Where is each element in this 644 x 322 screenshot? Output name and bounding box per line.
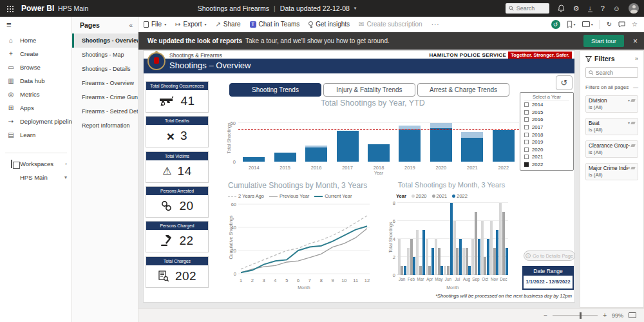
sidebar-item-browse[interactable]: ▭Browse	[0, 61, 72, 74]
zoom-in-button[interactable]: +	[603, 312, 607, 319]
document-title-bar[interactable]: Shootings and Firearms | Data updated 22…	[198, 0, 357, 17]
comment-icon[interactable]	[618, 21, 625, 28]
eraser-icon[interactable]	[630, 99, 635, 102]
feedback-icon[interactable]: ☺	[613, 5, 620, 12]
yearly-bar-2018[interactable]	[368, 144, 390, 162]
plot-area[interactable]: 02468JanFebMarAprMayJunJulAugSepOctNovDe…	[397, 203, 508, 275]
pages-item-report-information[interactable]: Report Information	[72, 118, 138, 133]
powerbi-brand[interactable]: Power BI	[21, 4, 54, 13]
bar-dec-2021[interactable]	[502, 212, 505, 275]
sidebar-item-metrics[interactable]: ◎Metrics	[0, 88, 72, 101]
yearly-bar-2019[interactable]	[399, 126, 421, 162]
sidebar-item-current-workspace[interactable]: HPS Main ▾	[0, 171, 72, 184]
bookmark-icon[interactable]: ▾	[567, 21, 576, 28]
slicer-option-2018[interactable]: 2018	[524, 131, 569, 138]
notifications-icon[interactable]	[558, 5, 565, 12]
sidebar-item-home[interactable]: ⌂Home	[0, 33, 72, 47]
filter-card-clearance-group[interactable]: Clearance Group▾is (All)	[585, 140, 638, 158]
bar-mar-2020[interactable]	[416, 230, 419, 275]
bar-oct-2021[interactable]	[484, 257, 486, 275]
yearly-bar-2017[interactable]	[337, 131, 359, 162]
slicer-option-2019[interactable]: 2019	[524, 138, 569, 146]
bar-jan-2021[interactable]	[401, 266, 403, 275]
zoom-slider-thumb[interactable]	[580, 312, 582, 319]
bar-nov-2022[interactable]	[496, 230, 498, 275]
pages-item-shootings-overview[interactable]: Shootings - Overview	[72, 33, 138, 48]
sidebar-item-learn[interactable]: ▤Learn	[0, 128, 72, 142]
bar-jul-2021[interactable]	[456, 248, 459, 275]
new-look-toggle-icon[interactable]: ↺	[551, 20, 560, 29]
filter-card-major-crime-indicator[interactable]: Major Crime Indicator▾is (All)	[585, 163, 638, 180]
plot-area[interactable]: 0204060123456789101112	[238, 202, 370, 276]
chevron-down-icon[interactable]: ▾	[628, 143, 630, 147]
checkbox-icon[interactable]	[524, 102, 529, 107]
bar-jun-2022[interactable]	[450, 203, 453, 275]
checkbox-icon[interactable]	[524, 162, 529, 167]
download-icon[interactable]: ↓	[588, 5, 592, 12]
bar-may-2020[interactable]	[435, 239, 437, 275]
pages-item-shootings-details[interactable]: Shootings - Details	[72, 62, 138, 76]
favorite-star-icon[interactable]: ☆	[632, 21, 638, 28]
view-icon[interactable]: ▾	[582, 21, 593, 27]
pages-item-firearms-seized-details[interactable]: Firearms - Seized Details	[72, 104, 138, 118]
yearly-bar-2021[interactable]	[461, 132, 483, 162]
filters-search[interactable]	[585, 67, 638, 78]
settings-gear-icon[interactable]: ⚙	[573, 5, 580, 12]
hamburger-menu-icon[interactable]: ≡	[6, 20, 12, 30]
slicer-option-2017[interactable]: 2017	[524, 124, 569, 131]
pages-item-firearms-crime-gun-d[interactable]: Firearms - Crime Gun D...	[72, 90, 138, 104]
fit-to-page-icon[interactable]	[629, 312, 636, 318]
bar-sep-2022[interactable]	[478, 239, 480, 275]
bar-apr-2021[interactable]	[428, 266, 431, 275]
yearly-bar-2022[interactable]	[493, 130, 515, 162]
tab-arrest-charge-trends[interactable]: Arrest & Charge Trends	[417, 83, 509, 97]
collapse-section-icon[interactable]: —	[633, 84, 638, 90]
pages-item-firearms-overview[interactable]: Firearms - Overview	[72, 76, 138, 90]
filter-card-division[interactable]: Division▾is (All)	[585, 95, 638, 113]
bar-jan-2022[interactable]	[404, 266, 406, 275]
bar-jul-2022[interactable]	[459, 239, 462, 275]
bar-aug-2022[interactable]	[468, 266, 471, 275]
eraser-icon[interactable]	[630, 122, 635, 124]
collapse-pages-icon[interactable]: «	[129, 22, 133, 29]
yearly-bar-2014[interactable]	[243, 157, 265, 162]
eraser-icon[interactable]	[630, 144, 635, 147]
more-options-button[interactable]: ···	[431, 21, 440, 28]
checkbox-icon[interactable]	[524, 110, 529, 115]
chevron-down-icon[interactable]: ▾	[628, 120, 630, 125]
bar-feb-2020[interactable]	[407, 248, 410, 275]
bar-jan-2020[interactable]	[398, 239, 401, 275]
bar-may-2021[interactable]	[438, 248, 440, 275]
bar-mar-2021[interactable]	[419, 266, 422, 275]
sidebar-item-apps[interactable]: ⊞Apps	[0, 101, 72, 115]
pages-item-shootings-map[interactable]: Shootings - Map	[72, 48, 138, 62]
slicer-option-2022[interactable]: 2022	[524, 161, 569, 169]
yearly-bar-2015[interactable]	[274, 153, 296, 162]
filter-card-beat[interactable]: Beat▾is (All)	[585, 118, 638, 135]
bar-oct-2020[interactable]	[481, 221, 484, 275]
slicer-option-2016[interactable]: 2016	[524, 116, 569, 124]
sidebar-item-data-hub[interactable]: ▥Data hub	[0, 74, 72, 88]
bar-feb-2022[interactable]	[413, 257, 415, 275]
bar-jul-2020[interactable]	[453, 221, 456, 275]
expand-filters-icon[interactable]: »	[635, 55, 638, 62]
yearly-bar-2016[interactable]	[305, 146, 327, 162]
bar-may-2022[interactable]	[440, 266, 443, 275]
go-to-details-button[interactable]: i Go to Details Page	[524, 251, 575, 261]
sidebar-item-create[interactable]: +Create	[0, 47, 72, 61]
slicer-option-2015[interactable]: 2015	[524, 109, 569, 117]
bar-nov-2021[interactable]	[493, 248, 496, 275]
slicer-option-2020[interactable]: 2020	[524, 146, 569, 154]
tab-shooting-trends[interactable]: Shooting Trends	[229, 83, 321, 97]
zoom-out-button[interactable]: −	[544, 312, 547, 319]
checkbox-icon[interactable]	[524, 155, 529, 159]
bar-apr-2020[interactable]	[426, 239, 428, 275]
toolbar-chat-in-teams[interactable]: TChat in Teams	[250, 21, 300, 28]
chevron-down-icon[interactable]: ▾	[628, 98, 630, 102]
search-input[interactable]	[516, 5, 546, 12]
bar-oct-2022[interactable]	[487, 239, 489, 275]
chevron-down-icon[interactable]: ▾	[354, 6, 357, 11]
bar-aug-2021[interactable]	[466, 248, 468, 275]
bar-nov-2020[interactable]	[490, 221, 493, 275]
toolbar-get-insights[interactable]: Get insights	[308, 21, 350, 28]
